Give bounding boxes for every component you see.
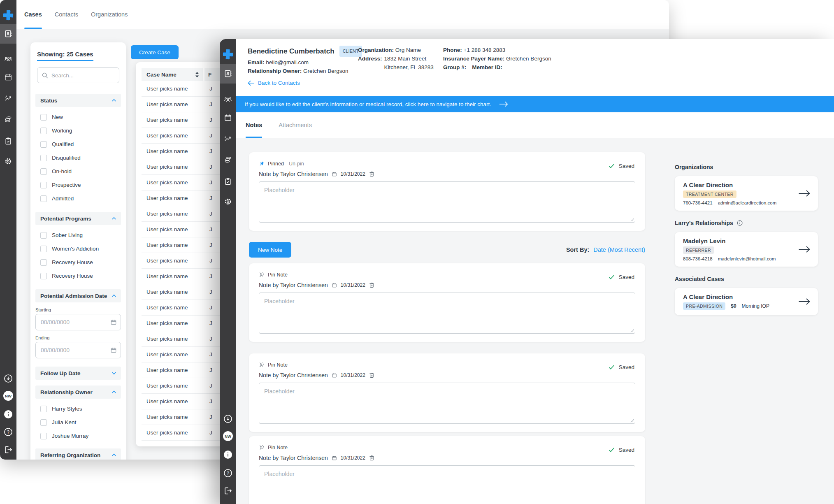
program-checkbox-option[interactable]: Women's Addiction: [40, 242, 126, 255]
program-checkbox-option[interactable]: Sober Living: [40, 228, 126, 242]
back-to-contacts-link[interactable]: Back to Contacts: [248, 80, 300, 86]
sidebar-item-calendar[interactable]: [220, 108, 236, 128]
status-checkbox-option[interactable]: New: [40, 110, 126, 124]
checkbox[interactable]: [40, 246, 47, 252]
nav-tab-contacts[interactable]: Contacts: [55, 0, 78, 29]
sidebar-item-tasks[interactable]: [0, 131, 16, 151]
question-circle-icon[interactable]: ?: [223, 468, 233, 478]
calendar-icon[interactable]: [110, 347, 117, 353]
status-checkbox-option[interactable]: Prospective: [40, 178, 126, 192]
checkbox[interactable]: [40, 155, 47, 161]
status-checkbox-option[interactable]: Working: [40, 124, 126, 137]
filter-section-referring-org[interactable]: Referring Organization: [35, 448, 121, 460]
sort-icon[interactable]: [195, 72, 199, 78]
nav-tab-organizations[interactable]: Organizations: [91, 0, 128, 29]
sidebar-item-reports[interactable]: [0, 88, 16, 108]
user-avatar-nw[interactable]: NW: [223, 431, 233, 441]
pin-note-link[interactable]: Pin Note: [268, 445, 288, 451]
edit-chart-banner[interactable]: If you would like to edit the client's i…: [236, 96, 834, 112]
owner-checkbox-option[interactable]: Joshue Murray: [40, 429, 126, 443]
sort-by-value[interactable]: Date (Most Recent): [593, 246, 645, 253]
checkbox[interactable]: [40, 433, 47, 439]
checkbox[interactable]: [40, 128, 47, 134]
program-checkbox-option[interactable]: Recovery House: [40, 269, 126, 283]
nav-tab-cases[interactable]: Cases: [24, 0, 42, 29]
app-logo-icon[interactable]: [3, 10, 14, 21]
sidebar-item-people[interactable]: [0, 50, 16, 70]
checkbox[interactable]: [40, 406, 47, 412]
resize-grip-icon[interactable]: [630, 218, 634, 221]
search-input[interactable]: [37, 67, 119, 83]
calendar-icon[interactable]: [110, 319, 117, 325]
tab-attachments[interactable]: Attachments: [279, 112, 312, 138]
checkbox[interactable]: [40, 259, 47, 266]
unpin-link[interactable]: Un-pin: [289, 161, 304, 167]
app-logo-icon[interactable]: [223, 49, 233, 60]
status-checkbox-option[interactable]: Admitted: [40, 192, 126, 205]
filter-section-follow-up[interactable]: Follow Up Date: [35, 367, 121, 380]
trash-icon[interactable]: [369, 372, 374, 378]
download-circle-icon[interactable]: [223, 414, 233, 424]
sidebar-item-billing[interactable]: [0, 109, 16, 129]
arrow-right-icon[interactable]: [798, 190, 811, 197]
create-case-button[interactable]: Create Case: [131, 45, 179, 59]
pin-note-link[interactable]: Pin Note: [268, 272, 288, 278]
sidebar-item-calendar[interactable]: [0, 67, 16, 87]
relationship-card[interactable]: Madelyn Levin REFERRER 808-736-4218 made…: [675, 232, 818, 267]
filter-section-relationship-owner[interactable]: Relationship Owner: [35, 386, 121, 399]
sidebar-item-settings[interactable]: [0, 151, 16, 171]
organization-card[interactable]: A Clear Direction TREATMENT CENTER 760-7…: [675, 176, 818, 211]
logout-icon[interactable]: [3, 445, 13, 455]
sidebar-item-contacts[interactable]: [0, 24, 16, 44]
sidebar-item-contacts[interactable]: [220, 64, 236, 84]
info-circle-icon[interactable]: [3, 409, 13, 419]
checkbox[interactable]: [40, 195, 47, 202]
trash-icon[interactable]: [369, 171, 374, 177]
status-checkbox-option[interactable]: On-hold: [40, 165, 126, 178]
note-textarea[interactable]: [259, 465, 635, 504]
arrow-right-icon[interactable]: [798, 246, 811, 253]
pin-note-link[interactable]: Pin Note: [268, 362, 288, 368]
trash-icon[interactable]: [369, 282, 374, 288]
ending-date-input[interactable]: [35, 342, 121, 358]
starting-date-input[interactable]: [35, 314, 121, 330]
owner-checkbox-option[interactable]: Julia Kent: [40, 416, 126, 429]
column-header-case-name[interactable]: Case Name: [142, 68, 203, 81]
filter-section-programs[interactable]: Potential Programs: [35, 212, 121, 225]
checkbox[interactable]: [40, 114, 47, 121]
checkbox[interactable]: [40, 419, 47, 426]
note-textarea[interactable]: [259, 293, 635, 334]
arrow-right-icon[interactable]: [798, 298, 811, 305]
question-circle-icon[interactable]: ?: [3, 427, 13, 437]
logout-icon[interactable]: [223, 486, 233, 496]
owner-checkbox-option[interactable]: Harry Styles: [40, 402, 126, 416]
checkbox[interactable]: [40, 273, 47, 279]
program-checkbox-option[interactable]: Recovery House: [40, 255, 126, 269]
user-avatar-nw[interactable]: NW: [3, 391, 13, 401]
resize-grip-icon[interactable]: [630, 419, 634, 423]
sidebar-item-billing[interactable]: [220, 150, 236, 170]
filter-section-status[interactable]: Status: [35, 94, 121, 107]
sidebar-item-settings[interactable]: [220, 192, 236, 211]
note-textarea[interactable]: [259, 181, 635, 223]
download-circle-icon[interactable]: [3, 374, 13, 383]
associated-case-card[interactable]: A Clear Direction PRE-ADMISSION $0 Morni…: [675, 288, 818, 315]
checkbox[interactable]: [40, 182, 47, 188]
info-circle-icon[interactable]: [223, 450, 233, 460]
status-checkbox-option[interactable]: Disqualified: [40, 151, 126, 165]
status-checkbox-option[interactable]: Qualified: [40, 137, 126, 151]
new-note-button[interactable]: New Note: [249, 242, 291, 258]
ending-date-label: Ending: [35, 335, 126, 340]
checkbox[interactable]: [40, 141, 47, 148]
trash-icon[interactable]: [369, 455, 374, 461]
note-textarea[interactable]: [259, 383, 635, 424]
checkbox[interactable]: [40, 232, 47, 239]
resize-grip-icon[interactable]: [630, 329, 634, 332]
sidebar-item-tasks[interactable]: [220, 172, 236, 191]
sidebar-item-people[interactable]: [220, 90, 236, 110]
sidebar-item-reports[interactable]: [220, 129, 236, 149]
tab-notes[interactable]: Notes: [246, 112, 262, 138]
checkbox[interactable]: [40, 168, 47, 175]
info-icon[interactable]: [736, 220, 743, 226]
filter-section-admission-date[interactable]: Potential Admission Date: [35, 289, 121, 302]
